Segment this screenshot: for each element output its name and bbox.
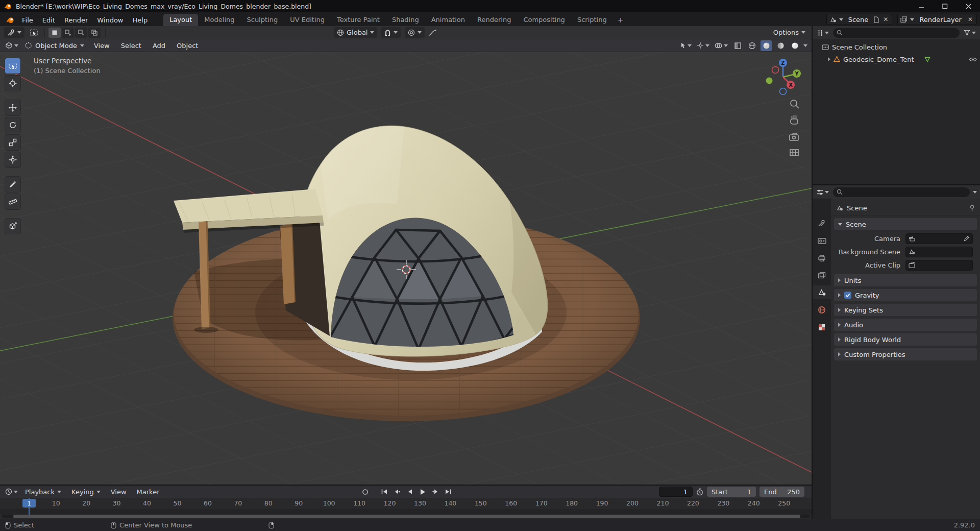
options-dropdown[interactable]: Options [773,29,807,36]
frame-end-field[interactable]: End 250 [760,487,804,497]
jump-to-end-button[interactable] [443,487,454,497]
timeline-menu-playback[interactable]: Playback [21,487,65,497]
minimize-button[interactable] [910,0,933,12]
play-reverse-button[interactable] [404,487,415,497]
unlink-scene-icon[interactable]: ✕ [882,16,889,23]
timeline-scrollbar-handle[interactable] [13,515,800,518]
timeline-ruler[interactable]: 10 20 30 40 50 60 70 80 90 100 110 120 1… [0,498,812,519]
select-mode-extend-button[interactable] [62,28,74,38]
gizmo-y-neg[interactable] [766,78,773,84]
camera-field[interactable] [905,233,973,244]
prev-keyframe-button[interactable] [391,487,403,497]
stopwatch-icon[interactable] [696,488,703,496]
gizmos-dropdown[interactable] [696,40,710,51]
active-tool-dropdown[interactable] [4,27,24,38]
tab-render-properties[interactable] [814,233,830,247]
proportional-editing-dropdown[interactable] [405,27,425,38]
tool-cursor[interactable] [5,76,20,91]
menu-help[interactable]: Help [128,14,153,26]
add-workspace-button[interactable]: + [613,14,628,26]
tab-world-properties[interactable] [814,303,830,317]
outliner-search[interactable] [833,28,960,38]
panel-keying-sets[interactable]: Keying Sets [834,304,977,316]
panel-gravity[interactable]: Gravity [834,289,977,301]
timeline-menu-marker[interactable]: Marker [133,487,164,497]
tool-move[interactable] [5,100,20,115]
viewport-menu-object[interactable]: Object [172,41,203,51]
current-frame-field[interactable]: 1 [659,487,693,497]
tool-transform[interactable] [5,152,20,167]
panel-rigid-body-world[interactable]: Rigid Body World [834,333,977,346]
tab-tool-properties[interactable] [814,216,830,230]
maximize-button[interactable] [933,0,957,12]
timeline-editor-type-button[interactable] [4,487,19,497]
timeline-menu-keying[interactable]: Keying [67,487,105,497]
snapping-dropdown[interactable] [381,27,401,38]
properties-editor-type-button[interactable] [816,187,830,198]
panel-units[interactable]: Units [834,274,977,286]
timeline-track-area[interactable] [0,509,812,515]
tab-output-properties[interactable] [814,251,830,264]
tab-uv-editing[interactable]: UV Editing [284,14,331,26]
shading-material-button[interactable] [775,40,786,51]
menu-edit[interactable]: Edit [38,14,60,26]
outliner-filter-button[interactable] [963,28,977,38]
frame-start-field[interactable]: Start 1 [707,487,756,497]
blender-app-menu-icon[interactable] [3,16,17,26]
tab-animation[interactable]: Animation [425,14,471,26]
tab-modeling[interactable]: Modeling [198,14,240,26]
shading-solid-button[interactable] [761,40,772,51]
editor-type-button[interactable] [4,40,19,51]
tab-view-layer-properties[interactable] [814,268,830,282]
expand-icon[interactable] [828,57,830,61]
tab-rendering[interactable]: Rendering [471,14,517,26]
playhead-badge[interactable]: 1 [22,499,36,508]
timeline-scrollbar[interactable] [2,515,810,518]
tab-sculpting[interactable]: Sculpting [240,14,284,26]
panel-scene[interactable]: Scene [834,218,977,230]
tab-texture-paint[interactable]: Texture Paint [331,14,386,26]
tool-add-cube[interactable] [5,219,20,234]
auto-key-toggle[interactable] [359,487,371,497]
select-mode-intersect-button[interactable] [88,28,101,38]
tool-scale[interactable] [5,135,20,150]
transform-orientation-dropdown[interactable]: Global [334,27,377,38]
tab-scripting[interactable]: Scripting [571,14,613,26]
tab-compositing[interactable]: Compositing [517,14,571,26]
timeline-menu-view[interactable]: View [107,487,131,497]
play-button[interactable] [417,487,428,497]
close-button[interactable] [957,0,980,12]
gizmo-x-neg[interactable] [772,67,779,74]
scene-selector[interactable]: Scene ✕ [826,14,893,25]
next-keyframe-button[interactable] [430,487,441,497]
jump-to-start-button[interactable] [379,487,390,497]
outliner-row-scene-collection[interactable]: Scene Collection [813,41,980,53]
tool-measure[interactable] [5,194,20,209]
menu-window[interactable]: Window [92,14,128,26]
viewport-menu-view[interactable]: View [89,41,114,51]
xray-toggle[interactable] [732,40,743,51]
selectability-dropdown[interactable] [679,40,693,51]
properties-search-input[interactable] [845,188,966,196]
tool-annotate[interactable] [5,177,20,192]
outliner-row-geodesic-dome[interactable]: Geodesic_Dome_Tent [813,53,980,65]
mode-dropdown[interactable]: Object Mode [21,41,87,51]
eyedropper-icon[interactable] [964,235,970,242]
outliner-search-input[interactable] [845,29,956,37]
shading-wireframe-button[interactable] [746,40,757,51]
eye-icon[interactable] [969,57,977,62]
tab-texture-properties[interactable] [814,320,830,334]
tab-scene-properties[interactable] [813,285,831,299]
viewport-3d[interactable]: Z Y X [0,52,812,485]
tab-layout[interactable]: Layout [163,14,198,26]
tool-box-select[interactable] [5,58,20,74]
menu-render[interactable]: Render [60,14,92,26]
gizmo-z-neg[interactable] [780,88,787,95]
tab-shading[interactable]: Shading [386,14,425,26]
view-layer-selector[interactable]: RenderLayer ✕ [897,14,977,25]
menu-file[interactable]: File [17,14,38,26]
box-select-option-icon[interactable] [28,27,41,38]
viewport-menu-add[interactable]: Add [148,41,170,51]
shading-rendered-button[interactable] [789,40,800,51]
gravity-checkbox[interactable] [844,292,851,299]
